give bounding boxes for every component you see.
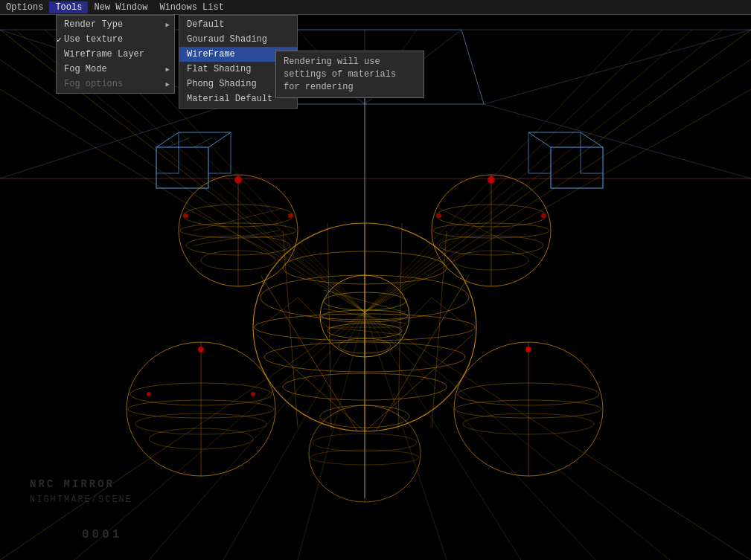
svg-point-102 <box>198 347 204 353</box>
svg-text:NIGHTMARE/SCENE: NIGHTMARE/SCENE <box>30 495 132 505</box>
tooltip: Rendering will use settings of materials… <box>275 51 424 98</box>
tools-dropdown: Render Type ✓ Use texture Wireframe Laye… <box>56 15 175 94</box>
render-default-item[interactable]: Default <box>179 17 297 32</box>
fog-mode-item[interactable]: Fog Mode <box>57 62 174 77</box>
svg-point-103 <box>147 392 151 396</box>
use-texture-item[interactable]: ✓ Use texture <box>57 32 174 47</box>
svg-point-126 <box>288 213 293 218</box>
svg-point-104 <box>251 392 255 396</box>
fog-options-item[interactable]: Fog options <box>57 77 174 91</box>
use-texture-check: ✓ <box>57 35 64 45</box>
menubar: Options Tools New Window Windows List <box>0 0 751 15</box>
svg-text:NRC MIRROR: NRC MIRROR <box>30 478 115 490</box>
svg-point-127 <box>488 176 495 184</box>
render-type-item[interactable]: Render Type <box>57 17 174 32</box>
svg-point-129 <box>541 213 546 218</box>
menu-tools[interactable]: Tools <box>49 1 88 13</box>
menu-windows-list[interactable]: Windows List <box>153 1 229 13</box>
wireframe-layer-item[interactable]: Wireframe Layer <box>57 47 174 62</box>
svg-point-128 <box>437 213 441 218</box>
svg-point-125 <box>184 213 188 218</box>
menu-new-window[interactable]: New Window <box>88 1 153 13</box>
svg-text:0001: 0001 <box>82 528 122 541</box>
svg-point-110 <box>525 347 531 353</box>
render-gouraud-item[interactable]: Gouraud Shading <box>179 32 297 47</box>
menu-options[interactable]: Options <box>0 1 49 13</box>
svg-point-124 <box>234 176 242 184</box>
